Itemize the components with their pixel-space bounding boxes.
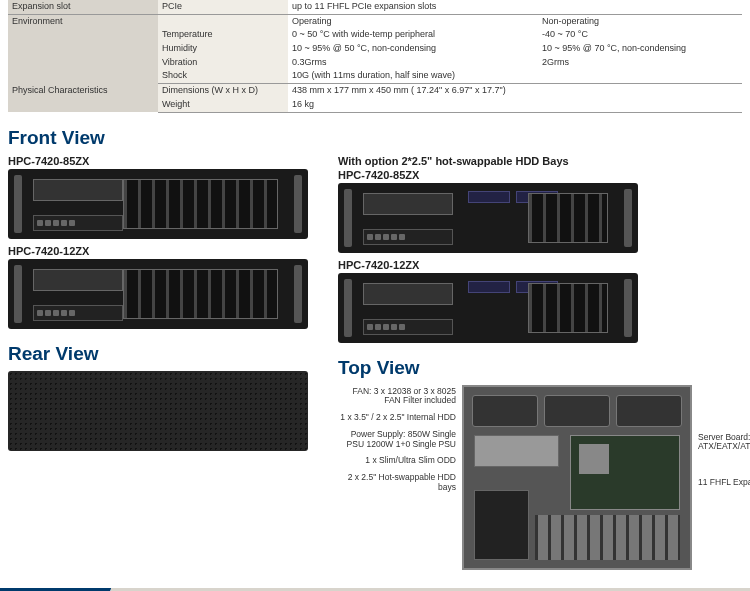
model-label: HPC-7420-85ZX (8, 155, 308, 167)
chassis-front-hotswap-image (338, 273, 638, 343)
model-label: HPC-7420-12ZX (338, 259, 750, 271)
model-label: HPC-7420-85ZX (338, 169, 750, 181)
model-label: HPC-7420-12ZX (8, 245, 308, 257)
chassis-front-image (8, 169, 308, 239)
chassis-top-image (462, 385, 692, 570)
heading-front-view: Front View (8, 127, 308, 149)
chassis-front-hotswap-image (338, 183, 638, 253)
col-operating: Operating (288, 14, 538, 28)
anno-board: Server Board: EE-ATX/EATX/ATX (698, 433, 750, 453)
top-annotations-right: Server Board: EE-ATX/EATX/ATX 11 FHFL Ex… (698, 385, 750, 488)
spec-cat-expansion: Expansion slot (8, 0, 158, 14)
spec-cat-phys: Physical Characteristics (8, 84, 158, 112)
anno-slots: 11 FHFL Expansion slot (698, 478, 750, 488)
chassis-front-image (8, 259, 308, 329)
chassis-rear-image (8, 371, 308, 451)
spec-val: up to 11 FHFL PCIe expansion slots (288, 0, 742, 14)
heading-rear-view: Rear View (8, 343, 308, 365)
spec-cat-env: Environment (8, 14, 158, 83)
option-label: With option 2*2.5" hot-swappable HDD Bay… (338, 155, 750, 167)
heading-top-view: Top View (338, 357, 750, 379)
anno-hdd: 1 x 3.5" / 2 x 2.5" Internal HDD (338, 413, 456, 423)
anno-hotswap: 2 x 2.5" Hot-swappable HDD bays (338, 473, 456, 493)
footer: ADVANTECH Server Chassis All product spe… (0, 588, 750, 592)
top-annotations-left: FAN: 3 x 12038 or 3 x 8025 FAN Filter in… (338, 385, 456, 493)
anno-odd: 1 x Slim/Ultra Slim ODD (338, 456, 456, 466)
anno-fan: FAN: 3 x 12038 or 3 x 8025 FAN Filter in… (338, 387, 456, 407)
anno-psu: Power Supply: 850W Single PSU 1200W 1+0 … (338, 430, 456, 450)
spec-sub: PCIe (158, 0, 288, 14)
brand-logo: ADVANTECH (0, 588, 111, 592)
col-nonoperating: Non-operating (538, 14, 742, 28)
spec-table: Expansion slot PCIe up to 11 FHFL PCIe e… (8, 0, 742, 113)
